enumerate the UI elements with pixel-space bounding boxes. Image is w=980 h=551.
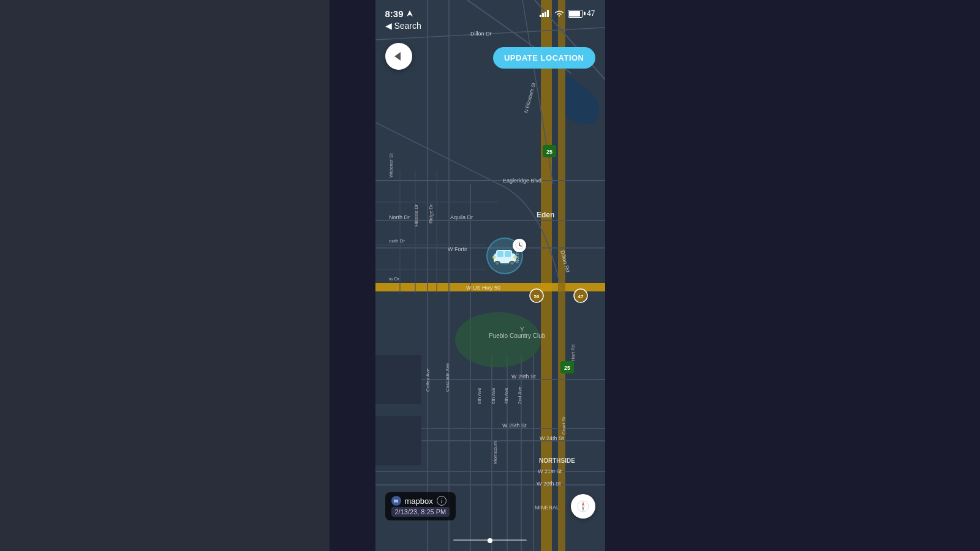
search-back-label[interactable]: ◀ Search [385,21,421,31]
svg-text:50: 50 [533,294,539,299]
map-background: 25 50 47 25 Dillon Dr N Elizabeth St Eag… [375,0,605,551]
svg-text:6th Ave: 6th Ave [491,388,496,404]
status-time: 8:39 [385,9,413,19]
svg-text:North Dr: North Dr [389,214,410,220]
battery-percent: 47 [587,9,595,18]
svg-text:ia Dr: ia Dr [389,276,399,282]
svg-rect-75 [540,15,541,17]
svg-text:outh Dr: outh Dr [389,238,405,244]
timestamp-label: 2/13/23, 8:25 PM [391,507,450,517]
compass-icon [576,500,590,513]
zoom-area [453,539,527,541]
mapbox-logo: M [391,496,401,506]
svg-rect-78 [547,10,549,17]
clock-icon [515,241,524,250]
svg-rect-32 [375,416,421,465]
mapbox-row: M mapbox i [391,496,450,506]
bottom-bar: M mapbox i 2/13/23, 8:25 PM [385,492,595,520]
svg-text:W 21st St: W 21st St [538,468,562,474]
mapbox-label: mapbox [405,497,433,506]
svg-text:Court St: Court St [561,416,567,435]
svg-text:Widener St: Widener St [388,153,394,178]
zoom-slider[interactable] [453,539,527,541]
svg-marker-74 [407,10,413,17]
svg-text:25: 25 [546,149,552,155]
zoom-handle [488,538,492,543]
phone-screen: 25 50 47 25 Dillon Dr N Elizabeth St Eag… [375,0,605,551]
svg-text:W 24th St: W 24th St [540,435,564,441]
battery-fill [569,11,580,17]
svg-text:W 29th St: W 29th St [511,373,536,380]
svg-text:W Fortir: W Fortir [448,246,467,252]
update-location-button[interactable]: UPDATE LOCATION [493,47,595,69]
svg-text:Pueblo Country Club: Pueblo Country Club [489,332,546,339]
svg-text:Hillside Dr: Hillside Dr [413,204,419,227]
svg-text:Eagleridge Blvd: Eagleridge Blvd [503,178,541,184]
svg-text:Cascade Ave: Cascade Ave [445,362,450,392]
compass-button[interactable] [571,494,595,519]
svg-text:W 20th St: W 20th St [537,481,561,487]
svg-text:Dillon Dr: Dillon Dr [470,31,492,37]
wifi-icon [554,10,564,17]
svg-rect-77 [545,12,546,17]
svg-text:47: 47 [578,294,583,299]
svg-text:25: 25 [564,365,570,371]
mapbox-badge[interactable]: M mapbox i 2/13/23, 8:25 PM [385,492,456,520]
info-symbol: i [441,498,442,504]
clock-marker [513,239,526,252]
svg-text:Aquila Dr: Aquila Dr [450,214,473,220]
back-arrow-icon [394,52,401,61]
search-text: Search [394,21,421,31]
back-arrow-text: ◀ [385,21,392,31]
svg-text:W 25th St: W 25th St [502,422,527,429]
svg-rect-31 [375,355,421,404]
battery-icon [568,10,583,18]
svg-text:Colfax Ave: Colfax Ave [425,368,431,392]
location-arrow-icon [406,10,413,17]
svg-text:Ridge Dr: Ridge Dr [428,204,434,223]
blank-area [0,0,330,551]
svg-point-29 [455,312,541,367]
svg-rect-76 [542,13,544,17]
svg-text:8th Ave: 8th Ave [477,388,482,404]
svg-text:Eden: Eden [537,211,554,219]
time-display: 8:39 [385,9,404,19]
svg-text:W US Hwy 50: W US Hwy 50 [466,285,500,291]
svg-text:2nd Ave: 2nd Ave [517,386,522,404]
status-icons: 47 [540,9,595,18]
svg-line-81 [519,246,521,246]
signal-icon [540,10,551,17]
svg-text:Montezum: Montezum [492,441,498,464]
svg-text:4th Ave: 4th Ave [503,388,509,404]
timestamp-row: 2/13/23, 8:25 PM [391,507,450,517]
svg-text:Y: Y [520,326,524,333]
back-button[interactable] [385,43,412,70]
svg-text:Hart Rd: Hart Rd [570,344,576,361]
svg-text:NORTHSIDE: NORTHSIDE [539,457,575,464]
info-icon[interactable]: i [437,496,447,506]
